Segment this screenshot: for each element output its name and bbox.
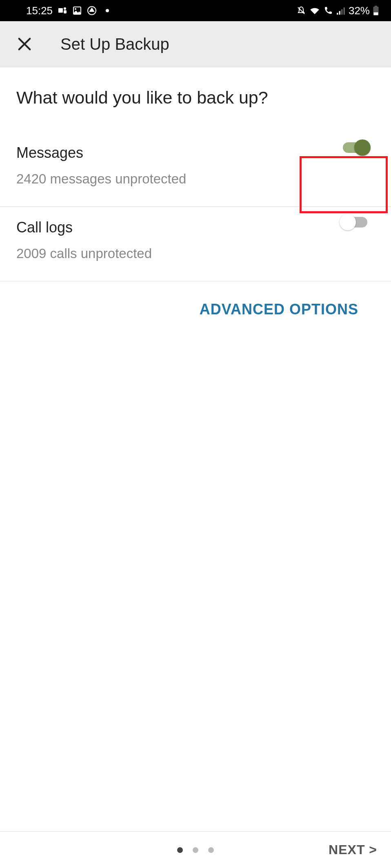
page-dot-3 <box>208 847 214 853</box>
call-logs-toggle[interactable] <box>340 214 371 230</box>
page-dot-2 <box>193 847 198 853</box>
page-dot-1 <box>177 847 183 853</box>
option-call-logs-title: Call logs <box>16 219 375 236</box>
status-time: 15:25 <box>26 4 53 17</box>
status-right: 32% <box>296 4 379 17</box>
svg-rect-0 <box>58 8 63 13</box>
svg-rect-9 <box>344 7 345 15</box>
signal-icon <box>336 6 345 15</box>
toggle-thumb <box>340 214 356 230</box>
image-icon <box>72 6 82 15</box>
svg-rect-12 <box>374 12 378 15</box>
messages-toggle[interactable] <box>340 139 371 156</box>
app-bar: Set Up Backup <box>0 21 391 67</box>
svg-point-4 <box>75 8 76 10</box>
app-update-icon <box>87 6 97 15</box>
content-area: What would you like to back up? Messages… <box>0 67 391 318</box>
svg-rect-6 <box>337 13 338 15</box>
svg-rect-7 <box>339 11 340 15</box>
status-bar: 15:25 32% <box>0 0 391 21</box>
svg-rect-8 <box>341 9 342 15</box>
page-indicator <box>177 847 214 853</box>
advanced-row: ADVANCED OPTIONS <box>16 281 375 318</box>
vibrate-icon <box>296 6 306 15</box>
question-heading: What would you like to back up? <box>16 88 375 108</box>
footer-bar: NEXT > <box>0 831 391 868</box>
option-messages[interactable]: Messages 2420 messages unprotected <box>0 132 391 207</box>
svg-rect-11 <box>375 6 378 7</box>
page-title: Set Up Backup <box>60 35 169 53</box>
option-call-logs-subtitle: 2009 calls unprotected <box>16 246 375 261</box>
wifi-icon <box>309 6 320 15</box>
close-button[interactable] <box>12 32 37 56</box>
advanced-options-link[interactable]: ADVANCED OPTIONS <box>200 301 358 318</box>
svg-rect-2 <box>64 10 67 13</box>
call-wifi-icon <box>323 6 333 15</box>
svg-point-1 <box>64 7 66 10</box>
battery-icon <box>373 6 379 15</box>
more-notifications-dot <box>106 9 109 12</box>
battery-percent: 32% <box>349 4 370 17</box>
toggle-thumb <box>354 139 371 156</box>
close-icon <box>16 36 33 52</box>
status-left: 15:25 <box>26 4 109 17</box>
option-messages-title: Messages <box>16 144 375 161</box>
option-messages-subtitle: 2420 messages unprotected <box>16 171 375 187</box>
next-button[interactable]: NEXT > <box>329 842 377 857</box>
option-call-logs[interactable]: Call logs 2009 calls unprotected <box>0 207 391 281</box>
teams-icon <box>58 6 67 15</box>
